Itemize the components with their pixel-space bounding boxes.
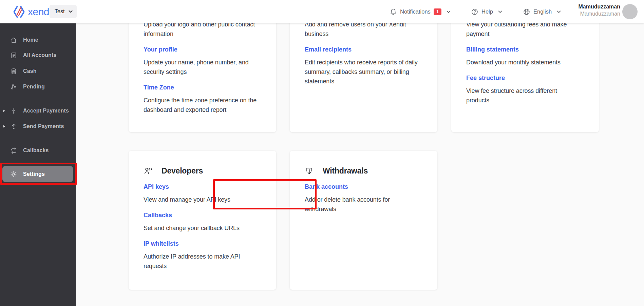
sidebar: Home All Accounts Cash Pending [0, 23, 76, 306]
card-header: Developers [144, 166, 267, 176]
globe-icon [523, 8, 530, 16]
chevron-down-icon [69, 10, 73, 13]
sidebar-item-callbacks[interactable]: Callbacks [0, 143, 76, 158]
expand-caret-icon[interactable] [3, 109, 5, 113]
bank-accounts-link[interactable]: Bank accounts [305, 182, 428, 191]
intro-line: business [305, 29, 428, 39]
settings-gear-icon [10, 171, 17, 178]
ip-whitelists-link[interactable]: IP whitelists [144, 239, 267, 248]
callbacks-link[interactable]: Callbacks [144, 210, 267, 220]
description-line: dashboard and exported report [144, 105, 267, 115]
expand-caret-icon[interactable] [3, 125, 5, 128]
sidebar-item-send-payments[interactable]: Send Payments [0, 119, 76, 134]
user-name: Mamuduzzaman [556, 3, 620, 10]
help-menu[interactable]: Help [471, 0, 502, 23]
help-label: Help [481, 8, 493, 15]
sidebar-item-pending[interactable]: Pending [0, 79, 76, 95]
chevron-down-icon [447, 11, 451, 13]
notifications-label: Notifications [400, 8, 431, 15]
sidebar-item-label: Accept Payments [23, 108, 69, 114]
card-title: Withdrawals [323, 166, 368, 176]
language-menu[interactable]: English [523, 0, 561, 23]
description-line: View and manage your API keys [144, 195, 267, 204]
environment-value: Test [55, 8, 64, 15]
accept-payments-icon [10, 107, 17, 115]
sidebar-item-label: Cash [23, 68, 37, 74]
sidebar-item-label: Callbacks [23, 147, 49, 154]
sidebar-item-label: Pending [23, 84, 45, 90]
notifications-menu[interactable]: Notifications 1 [390, 0, 451, 23]
xendit-logo-icon [12, 5, 26, 19]
bell-icon [390, 8, 397, 16]
callbacks-icon [10, 147, 17, 154]
withdrawals-icon [305, 166, 314, 176]
description-line: Edit recipients who receive reports of d… [305, 58, 428, 67]
notifications-count-badge: 1 [434, 8, 441, 15]
user-menu[interactable]: Mamuduzzaman Mamuduzzaman [556, 3, 620, 17]
language-label: English [533, 8, 552, 15]
email-recipients-link[interactable]: Email recipients [305, 45, 428, 54]
user-account-name: Mamuduzzaman [556, 10, 620, 17]
xendit-logo[interactable]: xendit [12, 0, 54, 23]
description-line: security settings [144, 67, 267, 77]
time-zone-link[interactable]: Time Zone [144, 83, 267, 92]
description-line: Add or delete bank accounts for [305, 195, 428, 204]
sidebar-item-accept-payments[interactable]: Accept Payments [0, 103, 76, 119]
sidebar-item-label: Home [23, 37, 38, 43]
accounts-icon [10, 52, 17, 59]
fee-structure-link[interactable]: Fee structure [466, 73, 589, 83]
sidebar-item-label: All Accounts [23, 52, 56, 58]
environment-select[interactable]: Test [50, 5, 77, 18]
billing-statements-link[interactable]: Billing statements [466, 45, 589, 54]
api-keys-link[interactable]: API keys [144, 182, 267, 191]
description-line: Update your name, phone number, and [144, 58, 267, 67]
sidebar-item-settings[interactable]: Settings [0, 166, 76, 182]
description-line: Authorize IP addresses to make API [144, 252, 267, 261]
help-icon [471, 8, 478, 16]
description-line: Set and change your callback URLs [144, 223, 267, 233]
avatar[interactable] [622, 4, 638, 19]
main-content: Upload your logo and other public contac… [76, 0, 644, 306]
description-line: Download your monthly statements [466, 58, 589, 67]
pending-icon [10, 83, 17, 90]
sidebar-item-all-accounts[interactable]: All Accounts [0, 47, 76, 63]
developers-icon [144, 166, 153, 176]
topbar: xendit Test Notifications 1 Help [0, 0, 644, 23]
card-developers: Developers API keys View and manage your… [129, 151, 276, 290]
description-line: products [466, 96, 589, 105]
chevron-down-icon [498, 11, 502, 13]
description-line: requests [144, 261, 267, 271]
sidebar-item-cash[interactable]: Cash [0, 63, 76, 79]
home-icon [10, 37, 17, 44]
description-line: statements [305, 77, 428, 86]
description-line: summary, callbacks summary, or billing [305, 67, 428, 77]
card-title: Developers [162, 166, 203, 176]
description-line: withdrawals [305, 204, 428, 214]
description-line: View fee structure across different [466, 86, 589, 96]
sidebar-item-home[interactable]: Home [0, 32, 76, 48]
intro-line: information [144, 29, 267, 39]
description-line: Configure the time zone preference on th… [144, 96, 267, 105]
sidebar-item-label: Settings [23, 171, 45, 177]
sidebar-item-label: Send Payments [23, 123, 64, 129]
cash-icon [10, 68, 17, 75]
your-profile-link[interactable]: Your profile [144, 45, 267, 54]
intro-line: payment [466, 29, 589, 39]
send-payments-icon [10, 123, 17, 130]
card-withdrawals: Withdrawals Bank accounts Add or delete … [290, 151, 437, 290]
card-header: Withdrawals [305, 166, 428, 176]
